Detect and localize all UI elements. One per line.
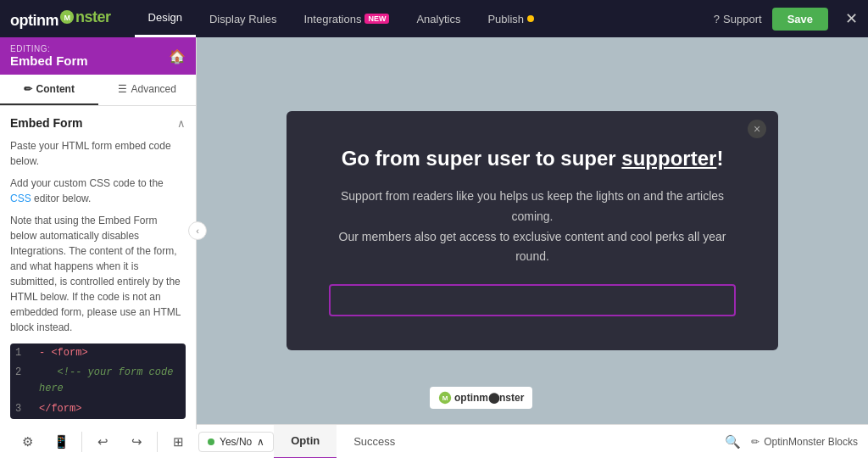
section-title: Embed Form (10, 116, 83, 130)
desc-paste: Paste your HTML form embed code below. (10, 138, 186, 169)
support-button[interactable]: ? Support (714, 13, 762, 25)
modal-popup: × Go from super user to super supporter!… (287, 111, 778, 350)
tab-advanced[interactable]: ☰ Advanced (98, 75, 197, 105)
tab-optin[interactable]: Optin (274, 425, 337, 459)
editing-label: EDITING: (10, 44, 88, 53)
mobile-icon[interactable]: 📱 (44, 425, 78, 459)
top-nav: optinm Mnster Design Display Rules Integ… (0, 0, 868, 37)
editing-title: Embed Form (10, 53, 88, 68)
main-canvas: × Go from super user to super supporter!… (197, 37, 868, 424)
nav-display-rules[interactable]: Display Rules (196, 0, 290, 37)
modal-close-button[interactable]: × (748, 120, 766, 138)
home-icon[interactable]: 🏠 (169, 48, 186, 64)
logo: optinm Mnster (10, 8, 111, 30)
chevron-up-icon: ∧ (257, 436, 264, 448)
code-editor[interactable]: 1 - <form> 2 <!-- your form code here 3 … (10, 344, 186, 419)
collapse-icon[interactable]: ∧ (177, 117, 186, 130)
sidebar-tabs: ✏ Content ☰ Advanced (0, 75, 196, 106)
svg-text:M: M (64, 14, 70, 22)
nav-integrations[interactable]: Integrations NEW (290, 0, 403, 37)
desc-note: Note that using the Embed Form below aut… (10, 213, 186, 335)
modal-input-box[interactable] (329, 284, 736, 316)
modal-title: Go from super user to super supporter! (329, 145, 736, 171)
tab-success[interactable]: Success (337, 425, 412, 459)
logo-text: optinm Mnster (10, 8, 111, 30)
add-block-icon[interactable]: ⊞ (161, 425, 195, 459)
dot-green (208, 438, 214, 445)
settings-icon[interactable]: ⚙ (10, 425, 44, 459)
undo-icon[interactable]: ↩ (86, 425, 120, 459)
nav-design[interactable]: Design (135, 0, 196, 37)
svg-text:M: M (442, 394, 448, 402)
bottom-bar: ⚙ 📱 ↩ ↪ ⊞ Yes/No ∧ Optin Success 🔍 ✏ Opt… (0, 424, 868, 458)
nav-publish[interactable]: Publish (474, 0, 548, 37)
yesno-button[interactable]: Yes/No ∧ (198, 432, 274, 452)
canvas-logo: M optinm⬤nster (430, 387, 532, 409)
code-comment: <!-- your form code here (39, 365, 181, 397)
sidebar-content: Embed Form ∧ Paste your HTML form embed … (0, 106, 196, 429)
pencil-small-icon: ✏ (751, 436, 760, 448)
bottom-right: 🔍 ✏ OptinMonster Blocks (725, 434, 858, 450)
close-button[interactable]: ✕ (845, 9, 858, 28)
code-line-3: 3 </form> (10, 399, 186, 419)
code-tag-close: </form> (39, 401, 81, 417)
tab-content[interactable]: ✏ Content (0, 75, 98, 105)
sidebar-wrapper: EDITING: Embed Form 🏠 ✏ Content ☰ Advanc… (0, 37, 197, 424)
desc-css: Add your custom CSS code to the CSS edit… (10, 176, 186, 206)
sidebar: EDITING: Embed Form 🏠 ✏ Content ☰ Advanc… (0, 37, 197, 429)
code-line-2: 2 <!-- your form code here (10, 363, 186, 399)
divider-1 (81, 432, 82, 452)
divider-2 (157, 432, 158, 452)
publish-dot (527, 15, 534, 22)
chevron-left-icon: ‹ (196, 226, 199, 236)
modal-body: Support from readers like you helps us k… (329, 187, 736, 267)
nav-links: Design Display Rules Integrations NEW An… (135, 0, 714, 37)
main-layout: EDITING: Embed Form 🏠 ✏ Content ☰ Advanc… (0, 37, 868, 424)
section-header: Embed Form ∧ (10, 116, 186, 130)
code-line-1: 1 - <form> (10, 344, 186, 363)
sidebar-collapse-button[interactable]: ‹ (188, 221, 207, 240)
om-blocks-button[interactable]: ✏ OptinMonster Blocks (751, 436, 858, 448)
redo-icon[interactable]: ↪ (120, 425, 153, 459)
css-link[interactable]: CSS (10, 193, 31, 204)
list-icon: ☰ (118, 83, 127, 95)
new-badge: NEW (364, 14, 389, 24)
code-tag-open: - <form> (39, 345, 88, 361)
nav-right: ? Support Save ✕ (714, 8, 858, 31)
pencil-icon: ✏ (24, 83, 32, 95)
save-button[interactable]: Save (772, 8, 828, 31)
sidebar-header: EDITING: Embed Form 🏠 (0, 37, 196, 75)
search-icon[interactable]: 🔍 (725, 434, 741, 450)
nav-analytics[interactable]: Analytics (403, 0, 474, 37)
